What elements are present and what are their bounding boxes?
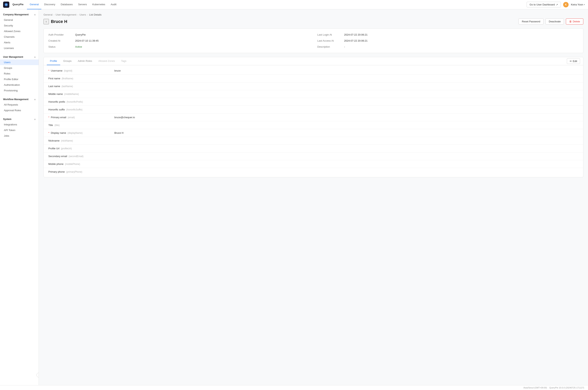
back-button[interactable]: ‹ xyxy=(43,19,49,24)
breadcrumb-sep-3: › xyxy=(87,13,88,16)
sidebar-item-authentication[interactable]: Authentication xyxy=(0,82,39,88)
nav-item-discovery[interactable]: Discovery xyxy=(41,0,58,9)
main-layout: Company Management∧GeneralSecurityAllowe… xyxy=(0,9,588,385)
sidebar-item-jobs[interactable]: Jobs xyxy=(0,133,39,139)
field-value: bruce@chequer.io xyxy=(114,116,135,119)
field-key: (email) xyxy=(67,116,75,119)
sidebar-item-integrations[interactable]: Integrations xyxy=(0,122,39,127)
tab-admin-roles[interactable]: Admin Roles xyxy=(75,57,95,65)
sidebar-item-alerts[interactable]: Alerts xyxy=(0,40,39,45)
field-key: (nickName) xyxy=(60,139,73,142)
sidebar-section-header-3[interactable]: System∧ xyxy=(0,117,39,122)
breadcrumb-current: List Details xyxy=(89,13,102,16)
sidebar-section-header-0[interactable]: Company Management∧ xyxy=(0,12,39,17)
breadcrumb-user-management[interactable]: User Management xyxy=(56,13,76,16)
tab-profile[interactable]: Profile xyxy=(47,57,60,65)
field-name: Username xyxy=(51,69,63,72)
user-name-display[interactable]: Keira Yoon ▾ xyxy=(571,3,585,6)
sidebar-section-header-2[interactable]: Workflow Management∧ xyxy=(0,97,39,102)
reset-password-button[interactable]: Reset Password xyxy=(518,18,544,24)
tab-tags: Tags xyxy=(118,57,129,65)
page-header: ‹ Bruce H Reset Password Deactivate 🗑 De… xyxy=(43,18,583,24)
sidebar-section-0: Company Management∧GeneralSecurityAllowe… xyxy=(0,9,39,52)
field-name: Title xyxy=(48,124,53,127)
profile-field-row: * Display name (displayName)Bruce H xyxy=(44,129,583,137)
profile-field-row: Title (title) xyxy=(44,121,583,129)
sidebar-section-2: Workflow Management∧All RequestsApproval… xyxy=(0,94,39,114)
nav-item-servers[interactable]: Servers xyxy=(76,0,90,9)
sidebar-section-header-1[interactable]: User Management∧ xyxy=(0,55,39,59)
sidebar-item-provisioning[interactable]: Provisioning xyxy=(0,88,39,93)
field-name: Honorific prefix xyxy=(48,100,65,103)
field-key: (firstName) xyxy=(61,77,73,80)
sidebar-item-licenses[interactable]: Licenses xyxy=(0,45,39,51)
delete-button[interactable]: 🗑 Delete xyxy=(566,18,583,24)
breadcrumb-general[interactable]: General xyxy=(43,13,52,16)
tabs-list: Profile Groups Admin Roles Allowed Zones… xyxy=(47,57,129,65)
trash-icon: 🗑 xyxy=(569,20,572,23)
sidebar-item-approval-rules[interactable]: Approval Rules xyxy=(0,107,39,113)
sidebar-item-all-requests[interactable]: All Requests xyxy=(0,102,39,107)
profile-field-row: Nickname (nickName) xyxy=(44,137,583,145)
sidebar-item-profile-editor[interactable]: Profile Editor xyxy=(0,76,39,82)
field-name: Middle name xyxy=(48,93,63,96)
avatar: K xyxy=(563,2,569,7)
sidebar-item-groups[interactable]: Groups xyxy=(0,65,39,71)
info-row-last-access: Last Access At 2024-07-22 20:06:21 xyxy=(317,39,579,43)
field-key: (lastName) xyxy=(61,85,73,88)
chevron-icon: ∧ xyxy=(34,14,36,16)
sidebar-item-general[interactable]: General xyxy=(0,17,39,23)
field-key: (honorificPrefix) xyxy=(66,100,83,103)
field-name: Secondary email xyxy=(48,155,67,158)
profile-field-row: Profile Url (profileUrl) xyxy=(44,145,583,152)
required-indicator: * xyxy=(48,69,50,72)
field-key: (middleName) xyxy=(64,93,79,96)
sidebar-item-security[interactable]: Security xyxy=(0,23,39,28)
nav-item-databases[interactable]: Databases xyxy=(58,0,75,9)
tab-groups[interactable]: Groups xyxy=(60,57,75,65)
field-key: (secondEmail) xyxy=(68,155,83,158)
deactivate-button[interactable]: Deactivate xyxy=(546,18,564,24)
sidebar-item-allowed-zones[interactable]: Allowed Zones xyxy=(0,28,39,34)
sidebar-collapse-button[interactable]: ‹ xyxy=(37,373,39,377)
sidebar-item-api-token[interactable]: API Token xyxy=(0,127,39,133)
header-actions: Reset Password Deactivate 🗑 Delete xyxy=(518,18,583,24)
profile-field-row: * Primary email (email)bruce@chequer.io xyxy=(44,113,583,121)
field-value: bruce xyxy=(114,69,121,72)
profile-field-row: Last name (lastName) xyxy=(44,82,583,90)
chevron-icon: ∧ xyxy=(34,98,36,100)
tabs-header: Profile Groups Admin Roles Allowed Zones… xyxy=(44,57,583,65)
breadcrumb-sep-2: › xyxy=(78,13,78,16)
sidebar-item-channels[interactable]: Channels xyxy=(0,34,39,40)
nav-item-audit[interactable]: Audit xyxy=(108,0,119,9)
edit-button[interactable]: ✏ Edit xyxy=(567,58,580,64)
profile-field-row: Honorific prefix (honorificPrefix) xyxy=(44,98,583,106)
nav-right: Go to User Dashboard ↗ K Keira Yoon ▾ xyxy=(527,2,585,7)
sidebar-content: Company Management∧GeneralSecurityAllowe… xyxy=(0,9,39,139)
sidebar-item-users[interactable]: Users xyxy=(0,59,39,65)
status-badge: Active xyxy=(75,45,82,48)
profile-field-row: * Username (loginId)bruce xyxy=(44,67,583,75)
nav-item-general[interactable]: General xyxy=(27,0,41,9)
field-name: Profile Url xyxy=(48,147,59,150)
go-to-dashboard-button[interactable]: Go to User Dashboard ↗ xyxy=(527,2,561,7)
profile-field-row: Primary phone (primaryPhone) xyxy=(44,168,583,176)
sidebar-section-1: User Management∧UsersGroupsRolesProfile … xyxy=(0,52,39,94)
breadcrumb-users[interactable]: Users xyxy=(79,13,86,16)
main-content: General › User Management › Users › List… xyxy=(39,9,588,385)
field-name: First name xyxy=(48,77,60,80)
app-logo xyxy=(3,1,9,8)
nav-item-kubernetes[interactable]: Kubernetes xyxy=(89,0,108,9)
info-row-last-login: Last Login At 2024-07-22 20:06:21 xyxy=(317,33,579,37)
footer: Asia/Seoul (GMT+09:00) QueryPie 10.0.0 (… xyxy=(0,385,588,390)
field-key: (mobilePhone) xyxy=(64,163,80,165)
sidebar-item-roles[interactable]: Roles xyxy=(0,71,39,76)
sidebar: Company Management∧GeneralSecurityAllowe… xyxy=(0,9,39,385)
profile-field-row: First name (firstName) xyxy=(44,75,583,82)
profile-field-row: Secondary email (secondEmail) xyxy=(44,152,583,160)
field-key: (loginId) xyxy=(63,69,73,72)
chevron-icon: ∧ xyxy=(34,118,36,120)
page-title-wrap: ‹ Bruce H xyxy=(43,19,67,24)
profile-field-row: Middle name (middleName) xyxy=(44,90,583,98)
breadcrumb-sep-1: › xyxy=(54,13,54,16)
